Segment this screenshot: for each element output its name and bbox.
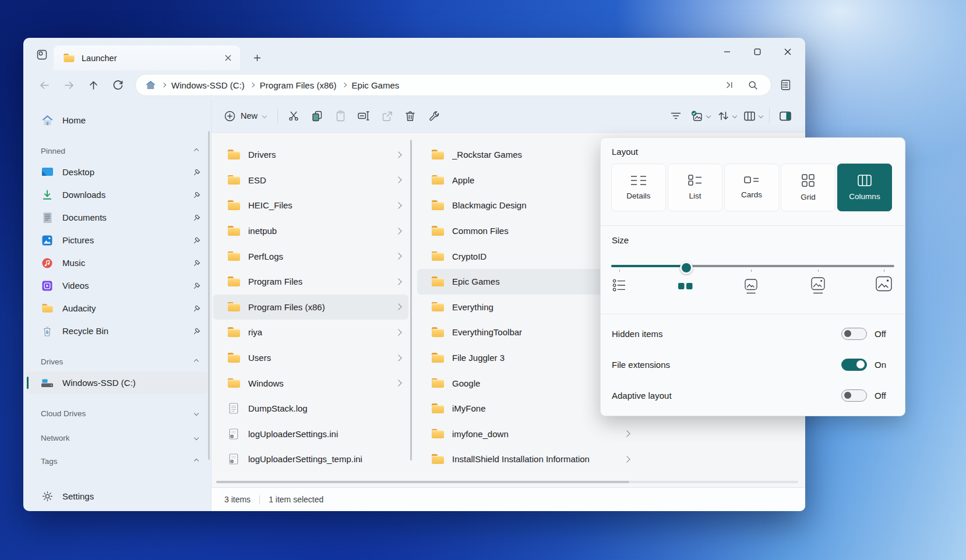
file-row[interactable]: Users bbox=[213, 345, 408, 371]
slider-thumb[interactable] bbox=[680, 261, 693, 274]
breadcrumb-item-epic-games[interactable]: Epic Games bbox=[352, 80, 400, 90]
breadcrumb-bar[interactable]: Windows-SSD (C:) Program Files (x86) Epi… bbox=[135, 74, 771, 96]
size-large-icon[interactable] bbox=[810, 277, 826, 297]
sidebar-section-cloud-drives[interactable]: Cloud Drives bbox=[23, 403, 211, 423]
clipboard-list-button[interactable] bbox=[775, 75, 796, 95]
sidebar-item-pictures[interactable]: Pictures bbox=[23, 229, 211, 251]
file-row[interactable]: HEIC_Files bbox=[213, 193, 408, 218]
sidebar-item-home[interactable]: Home bbox=[23, 109, 211, 132]
file-row[interactable]: riya bbox=[213, 320, 408, 345]
new-tab-button[interactable] bbox=[249, 50, 265, 65]
sidebar-item-audacity[interactable]: Audacity bbox=[23, 297, 211, 320]
properties-button[interactable] bbox=[422, 105, 445, 126]
file-name: Epic Games bbox=[452, 277, 500, 286]
chevron-down-icon bbox=[194, 411, 199, 416]
layout-option-details[interactable]: Details bbox=[611, 164, 666, 211]
file-row[interactable]: Drivers bbox=[213, 142, 408, 168]
file-row[interactable]: Windows bbox=[213, 370, 408, 396]
file-row[interactable]: DumpStack.log bbox=[213, 396, 408, 421]
view-dropdown[interactable] bbox=[740, 105, 765, 126]
chevron-up-icon bbox=[194, 459, 199, 463]
sidebar-item-windows-ssd[interactable]: Windows-SSD (C:) bbox=[27, 371, 207, 394]
sidebar-item-recycle-bin[interactable]: Recycle Bin bbox=[23, 320, 211, 342]
layout-option-grid[interactable]: Grid bbox=[781, 164, 835, 211]
sidebar-item-downloads[interactable]: Downloads bbox=[23, 183, 211, 206]
size-medium-icon[interactable] bbox=[744, 279, 758, 297]
chevron-right-icon bbox=[623, 431, 630, 437]
file-row[interactable]: ESD bbox=[213, 168, 408, 193]
minimize-button[interactable] bbox=[712, 39, 742, 65]
tab-launcher[interactable]: Launcher bbox=[54, 45, 240, 70]
slider-fill bbox=[611, 265, 685, 267]
sort-dropdown[interactable] bbox=[714, 105, 740, 126]
file-extensions-toggle[interactable] bbox=[841, 359, 867, 371]
horizontal-scrollbar[interactable] bbox=[216, 481, 798, 483]
sidebar-item-desktop[interactable]: Desktop bbox=[23, 161, 211, 183]
search-button[interactable] bbox=[744, 75, 761, 95]
layout-option-columns[interactable]: Columns bbox=[837, 164, 892, 211]
hidden-items-toggle[interactable] bbox=[841, 328, 867, 340]
new-button[interactable]: New bbox=[217, 105, 273, 126]
file-row[interactable]: inetpub bbox=[213, 218, 408, 244]
sidebar-item-label: Videos bbox=[62, 281, 184, 290]
file-name: HEIC_Files bbox=[248, 200, 292, 210]
chevron-right-icon bbox=[395, 355, 401, 361]
size-slider[interactable] bbox=[611, 261, 894, 271]
sidebar-item-label: Recycle Bin bbox=[62, 326, 184, 336]
adaptive-layout-toggle[interactable] bbox=[841, 389, 867, 402]
preview-pane-toggle[interactable] bbox=[774, 105, 797, 126]
size-extra-large-icon[interactable] bbox=[875, 276, 893, 297]
select-dropdown[interactable] bbox=[688, 105, 714, 126]
sidebar-item-videos[interactable]: Videos bbox=[23, 274, 211, 297]
file-row[interactable]: imyfone_down bbox=[417, 421, 637, 447]
breadcrumb-item-drive[interactable]: Windows-SSD (C:) bbox=[171, 80, 245, 90]
breadcrumb-item-program-files-x86[interactable]: Program Files (x86) bbox=[260, 80, 337, 90]
size-list-icon[interactable] bbox=[612, 279, 626, 294]
scrollbar-thumb[interactable] bbox=[216, 481, 629, 483]
rename-button[interactable] bbox=[352, 105, 375, 126]
size-small-icon[interactable] bbox=[678, 282, 693, 293]
layout-option-label: List bbox=[689, 192, 701, 200]
chevron-right-icon bbox=[395, 304, 401, 310]
sidebar-section-drives[interactable]: Drives bbox=[23, 352, 211, 371]
file-row[interactable]: PerfLogs bbox=[213, 243, 408, 269]
breadcrumb-separator-icon bbox=[161, 83, 166, 87]
vertical-tabs-button[interactable] bbox=[33, 46, 51, 63]
share-button[interactable] bbox=[375, 105, 399, 126]
go-to-end-button[interactable] bbox=[721, 75, 738, 95]
back-button[interactable] bbox=[34, 75, 55, 95]
sidebar-scrollbar[interactable] bbox=[208, 131, 210, 460]
layout-option-list[interactable]: List bbox=[668, 164, 722, 211]
file-row[interactable]: InstallShield Installation Information bbox=[417, 446, 637, 472]
refresh-button[interactable] bbox=[107, 75, 128, 95]
sidebar-section-network[interactable]: Network bbox=[23, 428, 211, 448]
folder-icon bbox=[227, 377, 240, 389]
file-row-selected[interactable]: Program Files (x86) bbox=[213, 295, 408, 320]
file-row[interactable]: logUploaderSettings_temp.ini bbox=[213, 446, 408, 472]
forward-button[interactable] bbox=[58, 75, 79, 95]
filter-button[interactable] bbox=[664, 105, 688, 126]
file-row[interactable]: Program Files bbox=[213, 269, 408, 295]
copy-button[interactable] bbox=[305, 105, 329, 126]
sidebar-section-pinned[interactable]: Pinned bbox=[23, 141, 211, 161]
sidebar-item-documents[interactable]: Documents bbox=[23, 206, 211, 229]
slider-tick bbox=[884, 270, 884, 272]
column-scrollbar[interactable] bbox=[410, 140, 412, 460]
cut-button[interactable] bbox=[282, 105, 305, 126]
tab-close-button[interactable] bbox=[220, 51, 235, 66]
paste-button[interactable] bbox=[329, 105, 352, 126]
tab-title: Launcher bbox=[82, 54, 214, 63]
folder-icon bbox=[431, 174, 444, 186]
sidebar-section-tags[interactable]: Tags bbox=[23, 451, 211, 471]
columns-view-icon bbox=[740, 105, 759, 126]
sidebar-item-settings[interactable]: Settings bbox=[23, 484, 211, 508]
chevron-down-icon bbox=[262, 114, 267, 118]
sidebar-item-music[interactable]: Music bbox=[23, 251, 211, 274]
up-button[interactable] bbox=[83, 75, 104, 95]
close-button[interactable] bbox=[773, 39, 803, 65]
maximize-button[interactable] bbox=[742, 39, 773, 65]
file-row[interactable]: logUploaderSettings.ini bbox=[213, 421, 408, 447]
layout-option-cards[interactable]: Cards bbox=[724, 164, 779, 211]
file-name: PerfLogs bbox=[248, 251, 283, 261]
delete-button[interactable] bbox=[399, 105, 422, 126]
